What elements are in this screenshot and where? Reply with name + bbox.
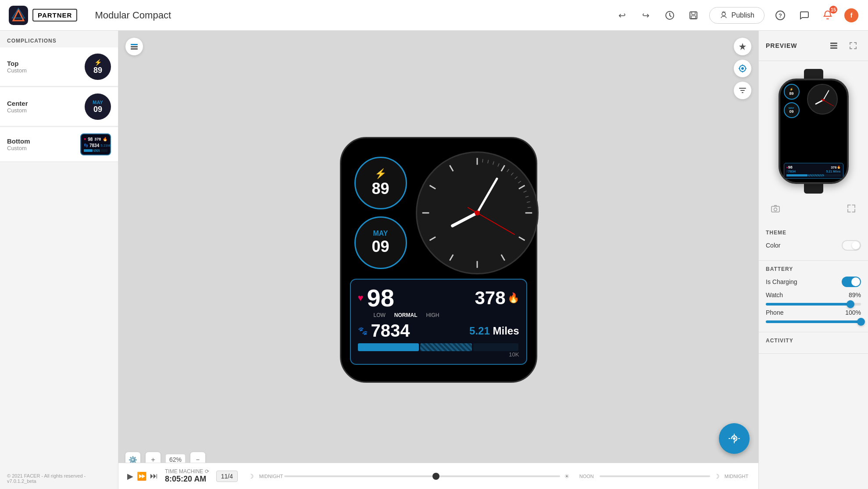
time-display: TIME MACHINE ⟳ 8:05:20 AM [165,468,209,484]
color-setting-row: Color [766,240,861,251]
preview-clock [807,84,838,115]
notification-button[interactable]: 15 [820,7,836,23]
redo-button[interactable]: ↪ [638,7,654,23]
help-button[interactable]: ? [772,7,788,23]
main-layout: COMPLICATIONS Top Custom ⚡ 89 Center Cus… [0,31,868,489]
theme-section: THEME Color [759,224,868,261]
phone-setting-row: Phone 100% [766,309,861,316]
is-charging-toggle[interactable] [842,277,861,287]
publish-button[interactable]: Publish [709,7,764,24]
complication-info-top: Top Custom [7,60,85,74]
preview-actions [763,197,864,220]
timeline[interactable]: ☽ MIDNIGHT ☀ NOON ☽ MIDNIGHT [245,473,750,480]
date-badge: 11/4 [216,471,238,482]
bottom-complication-display[interactable]: ♥ 98 378 🔥 LOW NORMAL HIGH 🐾 [350,279,527,365]
phone-battery-thumb[interactable] [857,318,865,326]
date-month: MAY [373,230,388,237]
watch-band-top [804,69,823,79]
watch-battery-slider[interactable] [766,303,861,306]
launch-button[interactable] [734,38,751,55]
phone-battery-slider[interactable] [766,320,861,323]
fullscreen-button[interactable] [843,201,859,216]
expand-icon-button[interactable] [845,38,861,54]
svg-line-36 [497,163,499,166]
timeline-track-right[interactable] [600,475,710,477]
right-panel-header: PREVIEW [759,31,868,61]
svg-line-29 [429,237,436,241]
time-machine-label: TIME MACHINE ⟳ [165,468,209,475]
timeline-thumb[interactable] [432,473,439,480]
complication-thumb-top: ⚡ 89 [85,54,111,80]
is-charging-row: Is Charging [766,277,861,287]
chat-button[interactable] [796,7,812,23]
svg-line-39 [514,176,517,179]
watch-battery-value: 89% [849,291,861,298]
complication-item-top[interactable]: Top Custom ⚡ 89 [0,47,118,86]
watch-battery-label: Watch [766,291,783,298]
playback-controls: ▶ ⏩ ⏭ [127,471,158,481]
color-label: Color [766,242,780,249]
svg-rect-12 [131,44,138,45]
preview-center-compl: MAY 09 [784,102,800,118]
watch-top-section: ⚡ 89 MAY 09 [350,147,527,274]
svg-line-38 [511,173,513,175]
heart-rate-value: 98 [367,286,394,310]
progress-bar [358,343,519,351]
steps-section: 🐾 7834 [358,321,410,341]
complication-item-center[interactable]: Center Custom MAY 09 [0,87,118,126]
svg-line-46 [477,179,497,213]
sun-icon: ☀ [560,473,573,480]
camera-button[interactable] [768,201,783,216]
svg-rect-13 [131,46,138,47]
complication-sub-bottom: Custom [7,145,80,151]
timeline-track[interactable] [284,475,560,477]
watch-battery-thumb[interactable] [847,300,854,308]
canvas-toolbar-right [734,38,751,99]
midnight-label-right: MIDNIGHT [723,474,750,479]
calories-section: 378 🔥 [475,288,519,309]
color-toggle[interactable] [842,240,861,251]
svg-line-33 [482,159,483,162]
watch-preview-screen: ⚡ 89 MAY 09 [780,80,847,182]
app-logo [9,6,28,25]
save-button[interactable] [686,7,701,23]
complication-name-top: Top [7,60,85,67]
noon-label: NOON [573,474,600,479]
distance-section: 5.21 Miles [469,325,519,337]
complication-info-center: Center Custom [7,100,85,114]
play-button[interactable]: ▶ [127,471,133,481]
undo-button[interactable]: ↩ [614,7,630,23]
app-title: Modular Compact [95,10,171,21]
center-complication-display[interactable]: MAY 09 [354,216,407,269]
watch-band-bottom [804,184,823,194]
time-machine-bar: ▶ ⏩ ⏭ TIME MACHINE ⟳ 8:05:20 AM 11/4 ☽ M… [118,463,758,489]
battery-number: 89 [371,180,389,198]
partner-badge: PARTNER [32,9,77,22]
location-button[interactable] [734,60,751,77]
fast-forward-button[interactable]: ⏩ [137,471,146,481]
layers-button[interactable] [125,38,143,55]
filter-button[interactable] [734,82,751,99]
layers-icon-button[interactable] [826,38,842,54]
midnight-label-left: MIDNIGHT [258,474,284,479]
heart-icon: ♥ [358,292,364,304]
phone-battery-row: Phone 100% [766,309,861,323]
top-complication-display[interactable]: ⚡ 89 [354,157,407,209]
preview-area: ⚡ 89 MAY 09 [759,61,868,224]
svg-line-47 [468,208,514,234]
moon-icon-right: ☽ [710,473,723,480]
left-panel: COMPLICATIONS Top Custom ⚡ 89 Center Cus… [0,31,118,489]
profile-button[interactable]: f [843,7,859,23]
phone-battery-label: Phone [766,309,783,316]
svg-line-54 [816,100,823,104]
svg-line-35 [493,162,493,165]
complications-left: ⚡ 89 MAY 09 [354,157,407,269]
watch-battery-fill [766,303,850,306]
skip-button[interactable]: ⏭ [150,471,158,481]
clock-face [416,151,539,274]
history-button[interactable] [662,7,678,23]
watch-face: ⚡ 89 MAY 09 [340,137,537,383]
action-float-button[interactable] [719,423,750,454]
complication-sub-center: Custom [7,107,85,114]
complication-item-bottom[interactable]: Bottom Custom ♥ 98 378 🔥 👣 7834 5.21M [0,127,118,162]
